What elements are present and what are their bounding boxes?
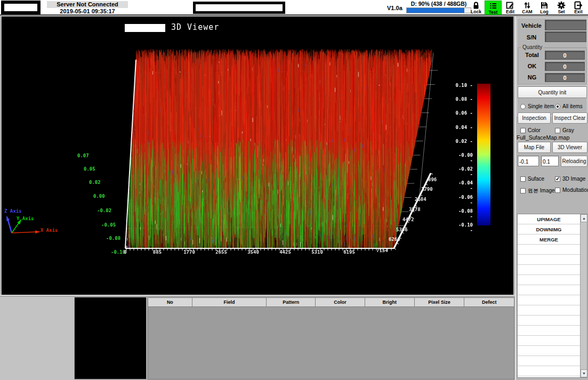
xtick-label: 4425	[278, 249, 293, 255]
settings-gear-icon	[553, 1, 570, 10]
inspection-button[interactable]: Inspection	[518, 112, 551, 124]
suface-checkbox[interactable]: Suface	[520, 176, 544, 182]
ztick-label: 0.02	[89, 180, 101, 185]
single-item-radio[interactable]: Single item	[520, 103, 554, 109]
ytick-label: 2684	[415, 197, 426, 202]
radio-circle	[555, 104, 560, 109]
list-item[interactable]	[518, 326, 580, 336]
gray-checkbox-label: Gray	[562, 127, 574, 133]
ztick-label: -0.02	[97, 208, 111, 213]
cbtick-label: -0.04	[455, 180, 473, 191]
cam-button[interactable]: CAM	[519, 1, 536, 15]
3d-viewer-button[interactable]: 3D Viewer	[552, 142, 587, 153]
range-max-input[interactable]	[541, 156, 559, 166]
list-item[interactable]	[518, 255, 580, 265]
app-window: Server Not Connected 2019-05-01 09:35:17…	[0, 0, 588, 380]
column-header[interactable]: Pixel Size	[415, 298, 465, 307]
modultation-checkbox[interactable]: Modultation	[555, 187, 588, 193]
list-item[interactable]	[518, 245, 580, 255]
log-button[interactable]: Log	[536, 1, 553, 15]
list-item[interactable]	[518, 366, 580, 376]
list-scrollbar[interactable]: ▲ ▼	[580, 214, 587, 377]
scroll-up-button[interactable]: ▲	[581, 214, 587, 222]
checkbox-box	[520, 176, 526, 182]
checkbox-box	[555, 128, 560, 133]
disk-progressbar	[406, 7, 471, 13]
x-axis-triad-label: X Axis	[41, 228, 58, 233]
list-item[interactable]: DOWNIMG	[518, 224, 580, 235]
lock-button[interactable]: Lock	[468, 1, 485, 15]
edit-button[interactable]: Edit	[502, 1, 519, 15]
toolbar: Lock Test Edit CAM Log	[468, 1, 587, 15]
column-header[interactable]: No	[148, 298, 192, 307]
ok-label: OK	[520, 63, 544, 69]
viewer-title: 3D Viewer	[171, 22, 219, 32]
total-value-field: 0	[545, 51, 585, 60]
ytick-label: 6260	[389, 237, 400, 242]
edit-pencil-icon	[502, 1, 519, 10]
viewer-3d: 3D Viewer 0.070.050.020.00-0.02-0.05-0.0…	[2, 17, 513, 295]
map-file-button[interactable]: Map File	[518, 142, 551, 153]
ok-value-field: 0	[545, 62, 585, 71]
lock-icon	[468, 1, 485, 10]
ytick-label: 5366	[396, 227, 408, 232]
redacted-title-box	[193, 2, 285, 14]
server-status: Server Not Connected	[47, 1, 128, 8]
original-image-checkbox[interactable]: 원본 Image	[520, 187, 555, 195]
checkbox-box	[555, 176, 560, 182]
test-button[interactable]: Test	[485, 1, 502, 15]
sn-label: S/N	[519, 34, 544, 41]
range-min-input[interactable]	[518, 156, 539, 166]
list-item[interactable]: MERGE	[518, 235, 580, 245]
sn-field	[545, 31, 586, 42]
exit-button[interactable]: Exit	[570, 1, 587, 15]
bottom-preview-box	[75, 297, 146, 379]
list-item[interactable]: UPIMAGE	[518, 214, 580, 224]
modultation-checkbox-label: Modultation	[562, 187, 588, 193]
list-item[interactable]	[518, 275, 580, 285]
map-file-name: Full_SufaceMap.map	[517, 134, 569, 141]
column-header[interactable]: Defect	[464, 298, 514, 307]
z-axis-triad-label: Z Axis	[4, 208, 22, 214]
gray-checkbox[interactable]: Gray	[555, 127, 574, 133]
radio-circle	[520, 104, 526, 109]
checkbox-box	[520, 188, 526, 193]
cbtick-label: -0.02	[455, 166, 473, 177]
3d-image-checkbox[interactable]: 3D Image	[555, 176, 585, 182]
list-item[interactable]	[518, 295, 580, 305]
list-item[interactable]	[518, 285, 580, 295]
tool-label: Lock	[468, 10, 485, 14]
column-header[interactable]: Color	[316, 298, 365, 307]
vehicle-label: Vehicle	[519, 22, 544, 29]
reloading-button[interactable]: Reloading	[561, 156, 587, 167]
tool-label: CAM	[519, 10, 536, 14]
list-item[interactable]	[518, 305, 580, 316]
xtick-label: 5310	[310, 249, 325, 255]
column-header[interactable]: Bright	[365, 298, 415, 307]
quantity-init-button[interactable]: Quantity init	[518, 86, 587, 98]
column-header[interactable]: Field	[192, 298, 267, 307]
list-item[interactable]	[518, 356, 580, 366]
list-item[interactable]	[518, 346, 580, 356]
quantity-group-title: Quantity	[521, 44, 544, 50]
checkbox-box	[555, 188, 560, 193]
inspect-clear-button[interactable]: Inspect Clear	[552, 112, 587, 124]
list-item[interactable]	[518, 265, 580, 275]
color-checkbox-label: Color	[528, 127, 541, 133]
color-checkbox[interactable]: Color	[520, 127, 541, 133]
cbtick-label: -0.08	[455, 208, 473, 219]
cbtick-label: -0.00	[455, 152, 473, 163]
control-panel: Vehicle S/N Quantity Total 0 OK 0 NG 0 Q…	[515, 17, 588, 380]
list-item[interactable]	[518, 316, 580, 326]
all-items-radio[interactable]: All items	[555, 103, 583, 109]
scroll-down-button[interactable]: ▼	[581, 369, 587, 377]
checkbox-box	[520, 128, 526, 133]
ztick-label: -0.08	[106, 236, 120, 241]
ytick-label: 4472	[402, 217, 414, 222]
set-button[interactable]: Set	[553, 1, 570, 15]
column-header[interactable]: Pattern	[267, 298, 316, 307]
ztick-label: 0.07	[77, 153, 89, 158]
exit-icon	[570, 1, 587, 10]
original-image-checkbox-label: 원본 Image	[528, 187, 555, 195]
list-item[interactable]	[518, 336, 580, 346]
